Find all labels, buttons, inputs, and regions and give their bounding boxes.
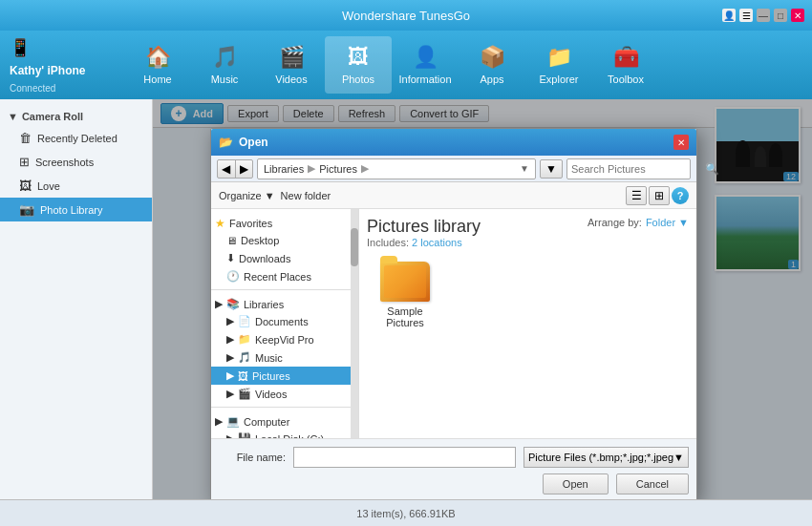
nav-toolbox[interactable]: 🧰 Toolbox (592, 36, 659, 94)
downloads-icon: ⬇ (226, 252, 235, 264)
recent-places-icon: 🕐 (226, 270, 240, 283)
dialog-folder-icon: 📂 (219, 136, 233, 149)
breadcrumb-libraries: Libraries (264, 163, 304, 175)
nav-keepvid-pro[interactable]: ▶ 📁 KeepVid Pro (211, 330, 358, 348)
apps-icon: 📦 (480, 45, 505, 70)
filetype-select[interactable]: Picture Files (*.bmp;*.jpg;*.jpeg ▼ (524, 447, 689, 468)
nav-desktop[interactable]: 🖥 Desktop (211, 232, 358, 249)
breadcrumb-sep-1: ▶ (308, 162, 315, 175)
minimize-button[interactable]: — (757, 9, 770, 22)
nav-favorites-section[interactable]: ★ Favorites (211, 213, 358, 232)
locations-link[interactable]: 2 locations (412, 237, 462, 248)
sample-pictures-folder-icon (380, 262, 430, 302)
favorites-star-icon: ★ (215, 217, 225, 230)
nav-photos[interactable]: 🖼 Photos (325, 36, 392, 94)
recent-folders-btn[interactable]: ▼ (540, 159, 563, 179)
open-button[interactable]: Open (543, 473, 609, 494)
sidebar: ▼ Camera Roll 🗑 Recently Deleted ⊞ Scree… (0, 99, 153, 499)
includes-row: Includes: 2 locations (367, 237, 481, 248)
nav-recent-places[interactable]: 🕐 Recent Places (211, 267, 358, 285)
nav-local-disk-c[interactable]: ▶ 💾 Local Disk (C:) (211, 430, 358, 438)
dialog-nav-row: ◀ ▶ Libraries ▶ Pictures ▶ ▼ ▼ 🔍 (211, 156, 696, 182)
nav-pictures[interactable]: ▶ 🖼 Pictures (211, 367, 358, 385)
music-icon: 🎵 (212, 45, 238, 70)
chevron-disk-c-icon: ▶ (226, 432, 234, 438)
back-forward-btn[interactable]: ◀ ▶ (217, 159, 253, 179)
new-folder-button[interactable]: New folder (281, 190, 331, 201)
divider-2 (211, 407, 358, 408)
nav-home[interactable]: 🏠 Home (124, 36, 191, 94)
breadcrumb-pictures: Pictures (319, 163, 357, 175)
sidebar-item-love[interactable]: 🖼 Love (0, 174, 152, 198)
forward-arrow-icon[interactable]: ▶ (236, 160, 253, 178)
screenshots-icon: ⊞ (19, 155, 30, 169)
breadcrumb-bar: Libraries ▶ Pictures ▶ ▼ (257, 158, 536, 179)
folder-grid: Sample Pictures (367, 258, 689, 332)
nav-documents[interactable]: ▶ 📄 Documents (211, 312, 358, 330)
maximize-button[interactable]: □ (774, 9, 787, 22)
device-name: Kathy' iPhone (10, 64, 86, 77)
folder-sample-pictures[interactable]: Sample Pictures (367, 258, 443, 332)
dialog-body: ★ Favorites 🖥 Desktop ⬇ Downloads 🕐 (211, 209, 696, 438)
dialog-footer: File name: Picture Files (*.bmp;*.jpg;*.… (211, 438, 696, 499)
device-status: Connected (10, 83, 55, 94)
filetype-dropdown-arrow: ▼ (673, 452, 684, 463)
sidebar-item-photo-library[interactable]: 📷 Photo Library (0, 198, 152, 221)
nav-information[interactable]: 👤 Information (392, 36, 459, 94)
window-controls: 👤 ☰ — □ ✕ (722, 9, 804, 22)
nav-bar: 📱 Kathy' iPhone Connected 🏠 Home 🎵 Music… (0, 31, 812, 99)
videos-lib-icon: 🎬 (238, 388, 251, 400)
search-icon: 🔍 (705, 162, 719, 176)
view-buttons: ☰ ⊞ ? (626, 186, 689, 205)
documents-icon: 📄 (238, 315, 251, 327)
folder-label: Sample Pictures (371, 305, 439, 328)
sidebar-scrollbar[interactable] (351, 209, 358, 438)
breadcrumb-dropdown-btn[interactable]: ▼ (520, 163, 529, 174)
filename-input[interactable] (293, 447, 516, 468)
dialog-close-button[interactable]: ✕ (673, 135, 689, 150)
nav-explorer[interactable]: 📁 Explorer (525, 36, 592, 94)
nav-downloads[interactable]: ⬇ Downloads (211, 249, 358, 267)
nav-libraries-section[interactable]: ▶ 📚 Libraries (211, 294, 358, 312)
cancel-button[interactable]: Cancel (616, 473, 689, 494)
libraries-icon: 📚 (226, 298, 240, 310)
dialog-sidebar: ★ Favorites 🖥 Desktop ⬇ Downloads 🕐 (211, 209, 359, 438)
view-btn-2[interactable]: ⊞ (649, 186, 670, 205)
music-lib-icon: 🎵 (238, 351, 251, 364)
help-button[interactable]: ? (672, 187, 689, 204)
sidebar-item-screenshots[interactable]: ⊞ Screenshots (0, 150, 152, 174)
filename-row: File name: Picture Files (*.bmp;*.jpg;*.… (219, 447, 689, 468)
nav-videos[interactable]: ▶ 🎬 Videos (211, 385, 358, 403)
sidebar-item-recently-deleted[interactable]: 🗑 Recently Deleted (0, 126, 152, 150)
sidebar-scroll-thumb[interactable] (351, 228, 358, 266)
nav-apps[interactable]: 📦 Apps (459, 36, 525, 94)
chevron-music-icon: ▶ (226, 351, 234, 364)
filename-label: File name: (219, 452, 286, 463)
pictures-icon: 🖼 (238, 370, 248, 382)
dialog-title: Open (239, 136, 268, 149)
love-icon: 🖼 (19, 179, 32, 193)
search-input[interactable] (571, 163, 703, 175)
nav-music[interactable]: ▶ 🎵 Music (211, 348, 358, 367)
main-area: ▼ Camera Roll 🗑 Recently Deleted ⊞ Scree… (0, 99, 812, 499)
nav-music[interactable]: 🎵 Music (191, 36, 258, 94)
chevron-pictures-icon: ▶ (226, 369, 234, 382)
close-button[interactable]: ✕ (791, 9, 804, 22)
information-icon: 👤 (413, 45, 438, 70)
arrange-dropdown-btn[interactable]: Folder ▼ (646, 217, 689, 228)
back-arrow-icon[interactable]: ◀ (218, 160, 236, 178)
nav-videos[interactable]: 🎬 Videos (258, 36, 325, 94)
content-header: Pictures library Includes: 2 locations A… (367, 217, 689, 248)
divider-1 (211, 289, 358, 290)
user-icon-btn[interactable]: 👤 (722, 9, 736, 22)
organize-button[interactable]: Organize ▼ (219, 190, 275, 201)
view-btn-1[interactable]: ☰ (626, 186, 647, 205)
disk-c-icon: 💾 (238, 432, 251, 438)
sidebar-section-camera-roll[interactable]: ▼ Camera Roll (0, 107, 152, 126)
dialog-content-area: Pictures library Includes: 2 locations A… (359, 209, 696, 438)
nav-computer-section[interactable]: ▶ 💻 Computer (211, 411, 358, 430)
menu-icon-btn[interactable]: ☰ (739, 9, 753, 22)
chevron-icon: ▼ (8, 111, 18, 122)
status-bar: 13 item(s), 666.91KB (0, 499, 812, 526)
dialog-titlebar: 📂 Open ✕ (211, 129, 696, 156)
